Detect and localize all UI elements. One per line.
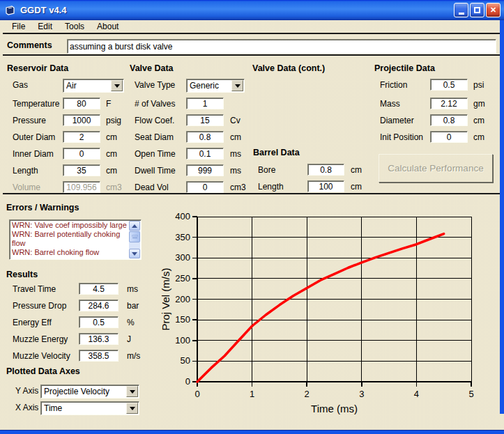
barrel-header: Barrel Data (253, 148, 300, 157)
chart: 012345050100150200250300350400Time (ms)P… (160, 201, 500, 428)
svg-text:400: 400 (175, 211, 190, 222)
flow-coef-field[interactable] (187, 115, 223, 125)
temperature-field[interactable] (63, 98, 100, 109)
outer-diam-field[interactable] (63, 132, 100, 142)
volume-unit: cm3 (106, 183, 122, 193)
outer-diam-unit: cm (106, 132, 117, 143)
svg-text:150: 150 (175, 314, 190, 325)
menu-item-edit[interactable]: Edit (31, 20, 59, 33)
scroll-thumb[interactable] (129, 231, 140, 242)
error-line: WRN: Barrel choking flow (12, 248, 129, 257)
muzzle-velocity-field (79, 350, 118, 361)
diameter-label: Diameter (380, 116, 414, 126)
scroll-down-button[interactable] (129, 249, 140, 258)
mass-label: Mass (380, 99, 400, 109)
energy-eff-unit: % (127, 318, 135, 328)
bore-label: Bore (258, 165, 275, 176)
open-time-unit: ms (230, 149, 241, 160)
inner-diam-label: Inner Diam (13, 149, 54, 160)
close-button[interactable]: ✕ (486, 3, 501, 17)
valve-header: Valve Data (130, 63, 174, 73)
num-valves-label: # of Valves (135, 99, 175, 109)
volume-field (63, 182, 100, 192)
minimize-button[interactable] (454, 3, 468, 17)
svg-text:300: 300 (175, 252, 190, 263)
dead-vol-unit: cm3 (230, 183, 246, 193)
volume-label: Volume (13, 183, 40, 193)
reservoir-length-unit: cm (106, 166, 117, 176)
reservoir-length-field[interactable] (63, 165, 100, 176)
num-valves-field[interactable] (187, 98, 223, 109)
pressure-field[interactable] (63, 115, 100, 125)
y-axis-dropdown[interactable]: Projectile Velocity (40, 385, 139, 398)
temperature-label: Temperature (13, 99, 59, 109)
dropdown-arrow-icon[interactable] (111, 80, 123, 91)
mass-field[interactable] (431, 98, 467, 109)
barrel-length-label: Length (258, 182, 284, 192)
energy-eff-field (79, 317, 118, 327)
app-window: GGDT v4.4 ✕ File Edit Tools About Commen… (0, 0, 504, 434)
diameter-unit: cm (473, 116, 484, 126)
inner-diam-field[interactable] (63, 148, 100, 159)
energy-eff-label: Energy Eff (13, 318, 52, 328)
travel-time-field (79, 284, 118, 294)
section-divider (3, 193, 500, 194)
dwell-time-unit: ms (230, 166, 241, 176)
friction-field[interactable] (431, 79, 467, 90)
bore-field[interactable] (308, 164, 344, 175)
y-axis-value: Projectile Velocity (41, 386, 126, 397)
seat-diam-field[interactable] (187, 132, 223, 142)
barrel-length-field[interactable] (308, 181, 344, 192)
valve-cont-header: Valve Data (cont.) (252, 63, 325, 73)
valve-type-value: Generic (187, 80, 231, 91)
valve-type-dropdown[interactable]: Generic (186, 79, 245, 93)
dropdown-arrow-icon[interactable] (126, 386, 138, 397)
scroll-up-button[interactable] (129, 221, 140, 231)
reservoir-header: Reservoir Data (7, 63, 68, 73)
menu-item-file[interactable]: File (6, 20, 31, 33)
muzzle-velocity-unit: m/s (127, 351, 140, 362)
maximize-button[interactable] (470, 3, 484, 17)
svg-text:0: 0 (185, 376, 190, 387)
error-line: WRN: Valve coef impossibly large (12, 221, 129, 230)
errors-listbox[interactable]: WRN: Valve coef impossibly large WRN: Ba… (9, 219, 142, 260)
muzzle-velocity-label: Muzzle Velocity (13, 351, 70, 362)
svg-text:Time (ms): Time (ms) (311, 403, 358, 414)
open-time-field[interactable] (187, 148, 223, 159)
pressure-drop-label: Pressure Drop (13, 301, 66, 311)
dropdown-arrow-icon[interactable] (231, 80, 243, 91)
valve-type-label: Valve Type (135, 80, 175, 91)
travel-time-label: Travel Time (13, 284, 56, 295)
errors-scrollbar[interactable] (129, 221, 140, 258)
svg-text:3: 3 (359, 389, 364, 399)
friction-label: Friction (380, 80, 407, 91)
diameter-field[interactable] (431, 115, 467, 125)
seat-diam-unit: cm (230, 132, 241, 143)
comments-label: Comments (7, 40, 52, 50)
svg-text:0: 0 (194, 389, 199, 399)
muzzle-energy-field (79, 334, 118, 344)
pressure-drop-field (79, 300, 118, 311)
window-title: GGDT v4.4 (20, 5, 66, 15)
init-position-field[interactable] (431, 132, 467, 142)
dropdown-arrow-icon[interactable] (126, 403, 138, 414)
dwell-time-field[interactable] (187, 165, 223, 176)
svg-text:5: 5 (468, 389, 473, 399)
mass-unit: gm (473, 99, 485, 109)
svg-text:350: 350 (175, 232, 190, 242)
dead-vol-field[interactable] (187, 182, 223, 192)
x-axis-dropdown[interactable]: Time (40, 401, 139, 415)
gas-dropdown[interactable]: Air (63, 79, 124, 93)
flow-coef-unit: Cv (230, 116, 240, 126)
window-titlebar: GGDT v4.4 ✕ (0, 0, 504, 20)
comments-input[interactable] (68, 40, 496, 53)
calculate-performance-button[interactable]: Calculate Performance (379, 154, 493, 183)
svg-text:4: 4 (414, 389, 419, 399)
init-position-label: Init Position (380, 132, 423, 143)
menu-item-about[interactable]: About (91, 20, 125, 33)
reservoir-length-label: Length (13, 166, 38, 176)
menu-item-tools[interactable]: Tools (59, 20, 91, 33)
outer-diam-label: Outer Diam (13, 132, 55, 143)
app-icon (5, 5, 16, 16)
error-line: WRN: Barrel potentially choking flow (12, 230, 129, 248)
